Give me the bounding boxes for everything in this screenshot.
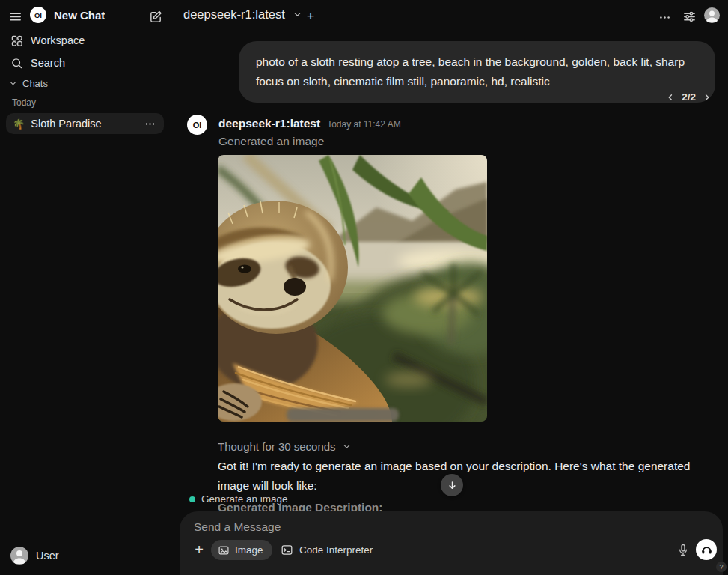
app-logo-icon: OI: [30, 7, 46, 23]
pencil-square-icon: [149, 10, 163, 24]
search-icon: [10, 57, 23, 70]
scroll-to-bottom-button[interactable]: [441, 474, 463, 496]
chats-section-toggle[interactable]: Chats: [9, 78, 48, 89]
chat-overflow-menu-button[interactable]: [655, 8, 673, 26]
chevron-down-icon: [9, 79, 17, 88]
user-avatar-icon: [704, 7, 720, 23]
generated-image-status: Generated an image: [218, 135, 324, 148]
sidebar: OI New Chat Workspace Search Chats: [0, 0, 170, 575]
hamburger-icon: [8, 10, 22, 24]
assistant-message-header: deepseek-r1:latest Today at 11:42 AM: [218, 117, 401, 130]
microphone-icon: [676, 543, 690, 557]
sliders-icon: [682, 10, 697, 24]
voice-input-button[interactable]: [673, 540, 693, 559]
prev-version-button[interactable]: [666, 93, 675, 102]
assistant-avatar: OI: [187, 115, 207, 135]
sidebar-toggle-button[interactable]: [6, 7, 24, 25]
chat-title: Sloth Paradise: [31, 118, 142, 130]
assistant-name-label: deepseek-r1:latest: [218, 117, 320, 130]
model-selector[interactable]: deepseek-r1:latest: [183, 7, 302, 22]
headphones-icon: [700, 544, 713, 556]
chat-emoji: 🌴: [13, 118, 25, 130]
message-pagination: 2/2: [666, 91, 712, 103]
add-model-button[interactable]: +: [302, 7, 319, 25]
chevron-down-icon: [342, 442, 352, 451]
chat-controls-button[interactable]: [680, 7, 698, 25]
search-label: Search: [31, 57, 65, 69]
user-message-bubble: photo of a sloth resting atop a tree, be…: [239, 41, 715, 103]
next-version-button[interactable]: [703, 93, 712, 102]
ellipsis-icon: [658, 11, 671, 24]
model-name-label: deepseek-r1:latest: [183, 7, 285, 22]
attach-button[interactable]: +: [189, 540, 209, 559]
user-message-text: photo of a sloth resting atop a tree, be…: [256, 55, 685, 88]
message-composer: + Image Code Interpreter: [180, 511, 723, 575]
compose-new-chat-button[interactable]: [146, 7, 165, 26]
app-window: OI New Chat Workspace Search Chats: [0, 0, 728, 575]
chat-item-menu-button[interactable]: [142, 116, 157, 131]
pagination-count: 2/2: [682, 91, 696, 103]
new-chat-button[interactable]: OI New Chat: [30, 7, 105, 23]
code-interpreter-label: Code Interpreter: [299, 544, 373, 556]
new-chat-label: New Chat: [54, 9, 105, 22]
voice-call-button[interactable]: [696, 539, 717, 560]
today-group-label: Today: [12, 97, 36, 108]
arrow-down-icon: [447, 480, 458, 491]
chat-list-item[interactable]: 🌴 Sloth Paradise: [6, 113, 164, 134]
image-icon: [218, 544, 230, 556]
chats-section-label: Chats: [22, 78, 48, 89]
image-button-label: Image: [235, 544, 263, 556]
thought-label: Thought for 30 seconds: [218, 440, 336, 453]
message-input[interactable]: [192, 519, 614, 538]
code-interpreter-toggle-button[interactable]: Code Interpreter: [275, 540, 379, 560]
help-button[interactable]: ?: [716, 562, 727, 572]
sidebar-item-workspace[interactable]: Workspace: [6, 30, 164, 51]
sidebar-item-search[interactable]: Search: [6, 52, 164, 73]
image-toggle-button[interactable]: Image: [211, 540, 272, 560]
terminal-icon: [281, 544, 293, 556]
profile-avatar-button[interactable]: [704, 7, 720, 23]
generated-image[interactable]: [218, 155, 487, 422]
workspace-label: Workspace: [31, 34, 85, 46]
chevron-down-icon: [293, 10, 302, 19]
thought-toggle[interactable]: Thought for 30 seconds: [218, 440, 352, 453]
user-name-label: User: [36, 550, 59, 562]
user-menu-button[interactable]: User: [6, 542, 164, 569]
message-timestamp: Today at 11:42 AM: [327, 119, 401, 130]
workspace-icon: [10, 34, 23, 47]
user-avatar: [10, 547, 28, 565]
status-dot-icon: [189, 496, 195, 502]
